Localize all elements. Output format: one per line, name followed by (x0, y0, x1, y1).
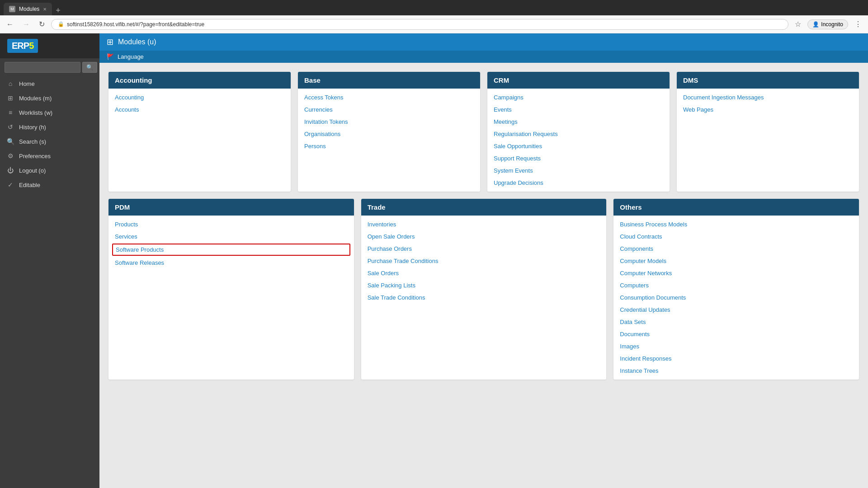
modules-header-icon: ⊞ (107, 37, 113, 47)
link-organisations[interactable]: Organisations (298, 128, 480, 140)
new-tab-button[interactable]: + (52, 5, 64, 15)
link-products[interactable]: Products (108, 218, 354, 230)
link-system-events[interactable]: System Events (487, 164, 670, 177)
tab-bar: M Modules ✕ + (0, 0, 868, 15)
link-persons[interactable]: Persons (298, 140, 480, 152)
link-web-pages[interactable]: Web Pages (677, 103, 859, 116)
sidebar-item-home[interactable]: ⌂ Home (0, 76, 99, 91)
url-bar[interactable]: 🔒 softinst158269.host.vifib.net/#/?page=… (51, 19, 788, 30)
search-button[interactable]: 🔍 (82, 62, 97, 73)
link-currencies[interactable]: Currencies (298, 103, 480, 116)
sidebar-item-modules[interactable]: ⊞ Modules (m) (0, 91, 99, 105)
search-nav-icon: 🔍 (6, 138, 14, 145)
link-computer-networks[interactable]: Computer Networks (613, 267, 859, 279)
link-consumption-documents[interactable]: Consumption Documents (613, 291, 859, 304)
link-software-releases[interactable]: Software Releases (108, 257, 354, 269)
url-text: softinst158269.host.vifib.net/#/?page=fr… (67, 21, 204, 28)
app-wrapper: ERP5 🔍 ⌂ Home ⊞ Modules (m) ≡ Worklists … (0, 33, 868, 488)
link-cloud-contracts[interactable]: Cloud Contracts (613, 230, 859, 243)
card-crm: CRM Campaigns Events Meetings Regularisa… (487, 72, 670, 192)
link-sale-orders[interactable]: Sale Orders (361, 267, 607, 279)
link-sale-trade-conditions[interactable]: Sale Trade Conditions (361, 291, 607, 304)
profile-label: Incognito (821, 21, 843, 28)
link-business-process-models[interactable]: Business Process Models (613, 218, 859, 230)
link-open-sale-orders[interactable]: Open Sale Orders (361, 230, 607, 243)
link-data-sets[interactable]: Data Sets (613, 316, 859, 328)
sidebar-item-preferences-label: Preferences (19, 153, 51, 160)
reload-button[interactable]: ↻ (36, 19, 47, 29)
sidebar-item-home-label: Home (19, 80, 35, 87)
language-flag-icon: 🚩 (107, 53, 114, 60)
menu-button[interactable]: ⋮ (852, 19, 864, 29)
card-dms-body: Document Ingestion Messages Web Pages (677, 89, 859, 118)
header-modules-title: Modules (u) (118, 38, 156, 46)
forward-button[interactable]: → (20, 19, 33, 29)
sidebar-item-search-label: Search (s) (19, 138, 46, 145)
sidebar-item-worklists-label: Worklists (w) (19, 109, 52, 116)
link-images[interactable]: Images (613, 340, 859, 352)
link-document-ingestion-messages[interactable]: Document Ingestion Messages (677, 91, 859, 103)
link-inventories[interactable]: Inventories (361, 218, 607, 230)
link-components[interactable]: Components (613, 243, 859, 255)
link-access-tokens[interactable]: Access Tokens (298, 91, 480, 103)
profile-icon: 👤 (812, 21, 819, 28)
link-accounting[interactable]: Accounting (108, 91, 291, 103)
link-incident-responses[interactable]: Incident Responses (613, 352, 859, 365)
card-others-header: Others (613, 199, 859, 216)
link-services[interactable]: Services (108, 230, 354, 243)
main-area: ⊞ Modules (u) 🚩 Language Accounting Acco… (99, 33, 868, 488)
app-header: ⊞ Modules (u) 🚩 Language (99, 33, 868, 63)
header-sub: 🚩 Language (99, 51, 868, 63)
card-accounting-header: Accounting (108, 72, 291, 89)
sidebar-item-logout-label: Logout (o) (19, 167, 46, 174)
link-accounts[interactable]: Accounts (108, 103, 291, 116)
link-invitation-tokens[interactable]: Invitation Tokens (298, 116, 480, 128)
language-label: Language (118, 53, 144, 60)
search-input[interactable] (5, 62, 80, 73)
card-accounting: Accounting Accounting Accounts (108, 72, 291, 192)
link-purchase-trade-conditions[interactable]: Purchase Trade Conditions (361, 255, 607, 267)
active-tab[interactable]: M Modules ✕ (4, 3, 52, 15)
card-base: Base Access Tokens Currencies Invitation… (298, 72, 480, 192)
link-campaigns[interactable]: Campaigns (487, 91, 670, 103)
profile-button[interactable]: 👤 Incognito (807, 19, 848, 29)
link-sale-packing-lists[interactable]: Sale Packing Lists (361, 279, 607, 291)
sidebar-item-logout[interactable]: ⏻ Logout (o) (0, 163, 99, 178)
tab-close-button[interactable]: ✕ (43, 7, 47, 12)
sidebar-item-worklists[interactable]: ≡ Worklists (w) (0, 105, 99, 120)
preferences-icon: ⚙ (6, 152, 14, 160)
sidebar-item-modules-label: Modules (m) (19, 95, 52, 102)
link-purchase-orders[interactable]: Purchase Orders (361, 243, 607, 255)
link-meetings[interactable]: Meetings (487, 116, 670, 128)
link-documents[interactable]: Documents (613, 328, 859, 340)
sidebar-nav: ⌂ Home ⊞ Modules (m) ≡ Worklists (w) ↺ H… (0, 76, 99, 488)
link-software-products[interactable]: Software Products (112, 244, 350, 256)
bookmark-button[interactable]: ☆ (792, 19, 804, 29)
link-support-requests[interactable]: Support Requests (487, 152, 670, 164)
card-others-body: Business Process Models Cloud Contracts … (613, 216, 859, 380)
link-computers[interactable]: Computers (613, 279, 859, 291)
card-base-header: Base (298, 72, 480, 89)
link-sale-opportunities[interactable]: Sale Opportunities (487, 140, 670, 152)
link-upgrade-decisions[interactable]: Upgrade Decisions (487, 177, 670, 189)
logo-area: ERP5 (0, 33, 99, 58)
back-button[interactable]: ← (4, 19, 16, 29)
card-accounting-body: Accounting Accounts (108, 89, 291, 118)
link-events[interactable]: Events (487, 103, 670, 116)
sidebar-item-preferences[interactable]: ⚙ Preferences (0, 149, 99, 163)
card-pdm: PDM Products Services Software Products … (108, 199, 354, 380)
card-dms: DMS Document Ingestion Messages Web Page… (677, 72, 859, 192)
link-regularisation-requests[interactable]: Regularisation Requests (487, 128, 670, 140)
card-dms-header: DMS (677, 72, 859, 89)
card-others: Others Business Process Models Cloud Con… (613, 199, 859, 380)
link-credential-updates[interactable]: Credential Updates (613, 304, 859, 316)
card-pdm-body: Products Services Software Products Soft… (108, 216, 354, 272)
link-computer-models[interactable]: Computer Models (613, 255, 859, 267)
bottom-modules-grid: PDM Products Services Software Products … (108, 199, 859, 380)
search-box: 🔍 (0, 58, 99, 76)
link-instance-trees[interactable]: Instance Trees (613, 365, 859, 377)
card-trade-header: Trade (361, 199, 607, 216)
sidebar-item-editable[interactable]: ✓ Editable (0, 178, 99, 192)
sidebar-item-search[interactable]: 🔍 Search (s) (0, 134, 99, 149)
sidebar-item-history[interactable]: ↺ History (h) (0, 120, 99, 134)
